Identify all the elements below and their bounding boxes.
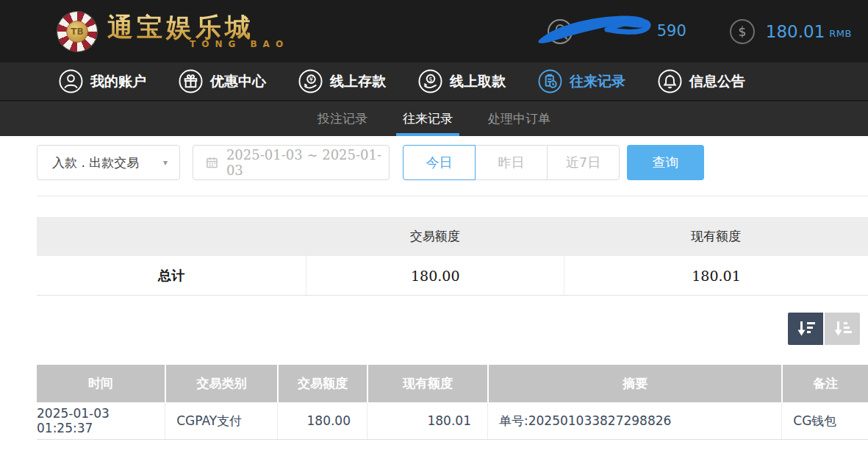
col-remark: 备注 — [781, 365, 868, 402]
sort-descending-icon — [796, 319, 816, 338]
records-icon — [538, 69, 562, 93]
search-button[interactable]: 查询 — [627, 145, 704, 180]
balance-amount: 180.01 — [766, 22, 825, 41]
summary-current-balance: 180.01 — [564, 256, 868, 295]
records-table: 时间 交易类别 交易额度 现有额度 摘要 备注 2025-01-03 01:25… — [37, 365, 868, 440]
quick-last7days-button[interactable]: 近7日 — [547, 145, 620, 180]
nav-item-deposit[interactable]: ¥ 线上存款 — [298, 69, 386, 93]
nav-item-promotions[interactable]: 优惠中心 — [179, 69, 266, 93]
sort-controls — [37, 313, 868, 345]
gift-icon — [179, 69, 203, 93]
summary-table-header: 交易额度 现有额度 — [37, 217, 868, 256]
svg-text:$: $ — [738, 24, 746, 39]
top-header: TB 通宝娱乐城 TONG BAO 590 $ 180.01 — [0, 0, 868, 63]
summary-col-transaction-amount: 交易额度 — [306, 217, 564, 256]
cell-transaction-type: CGPAY支付 — [165, 402, 277, 439]
transaction-type-select[interactable]: 入款 . 出款交易 ▾ — [37, 145, 180, 180]
deposit-icon: ¥ — [298, 69, 323, 93]
col-transaction-amount: 交易额度 — [277, 365, 367, 402]
balance-currency: RMB — [829, 28, 852, 39]
cell-summary: 单号:202501033827298826 — [487, 402, 781, 439]
transaction-type-value: 入款 . 出款交易 — [52, 154, 163, 171]
nav-item-my-account[interactable]: 我的账户 — [59, 69, 146, 93]
svg-text:¥: ¥ — [309, 76, 313, 83]
tab-processing-orders[interactable]: 处理中订单 — [488, 101, 550, 136]
summary-col-empty — [37, 217, 306, 256]
redaction-scribble — [537, 11, 654, 49]
nav-item-records[interactable]: 往来记录 — [538, 69, 625, 93]
chip-tb-monogram: TB — [66, 21, 88, 43]
summary-col-current-balance: 现有额度 — [564, 217, 868, 256]
summary-table: 交易额度 现有额度 总计 180.00 180.01 — [37, 217, 868, 296]
col-time: 时间 — [37, 365, 165, 402]
username-display[interactable]: 590 — [547, 10, 686, 54]
nav-item-announcements[interactable]: 信息公告 — [658, 69, 745, 93]
balance-display[interactable]: $ 180.01 RMB — [729, 18, 852, 45]
records-subtab-bar: 投注记录 往来记录 处理中订单 — [0, 101, 868, 136]
section-divider — [37, 196, 868, 196]
date-range-input[interactable]: 2025-01-03 ~ 2025-01-03 — [193, 145, 390, 180]
poker-chip-icon: TB — [57, 12, 97, 51]
date-range-value: 2025-01-03 ~ 2025-01-03 — [226, 147, 389, 178]
col-current-balance: 现有额度 — [367, 365, 487, 402]
tab-betting-records[interactable]: 投注记录 — [318, 101, 367, 136]
cell-remark: CG钱包 — [781, 402, 868, 439]
dollar-coin-icon: $ — [729, 18, 756, 45]
main-nav: 我的账户 优惠中心 ¥ 线上存款 $ 线上取款 往来记录 — [0, 63, 868, 101]
col-transaction-type: 交易类别 — [165, 365, 277, 402]
sort-ascending-button[interactable] — [825, 313, 860, 345]
summary-transaction-amount: 180.00 — [306, 256, 564, 295]
cell-transaction-amount: 180.00 — [277, 402, 367, 439]
summary-total-label: 总计 — [37, 256, 306, 295]
col-summary: 摘要 — [487, 365, 781, 402]
summary-total-row: 总计 180.00 180.01 — [37, 256, 868, 296]
quick-yesterday-button[interactable]: 昨日 — [475, 145, 548, 180]
brand-subtitle: TONG BAO — [107, 39, 289, 49]
cell-current-balance: 180.01 — [367, 402, 487, 439]
quick-today-button[interactable]: 今日 — [403, 145, 476, 180]
brand-logo[interactable]: TB 通宝娱乐城 TONG BAO — [57, 12, 289, 51]
table-row: 2025-01-03 01:25:37 CGPAY支付 180.00 180.0… — [37, 402, 868, 440]
cell-time: 2025-01-03 01:25:37 — [37, 402, 165, 439]
filter-row: 入款 . 出款交易 ▾ 2025-01-03 ~ 2025-01-03 今日 昨… — [37, 145, 868, 180]
user-icon — [59, 69, 83, 93]
quick-date-group: 今日 昨日 近7日 — [403, 145, 620, 180]
tab-transaction-records[interactable]: 往来记录 — [403, 101, 453, 136]
svg-text:$: $ — [428, 76, 432, 83]
nav-item-withdraw[interactable]: $ 线上取款 — [418, 69, 506, 93]
withdraw-icon: $ — [418, 69, 442, 93]
records-table-header: 时间 交易类别 交易额度 现有额度 摘要 备注 — [37, 365, 868, 402]
sort-ascending-icon — [833, 319, 853, 338]
username-visible-suffix: 590 — [657, 22, 686, 40]
brand-title: 通宝娱乐城 — [107, 13, 289, 42]
calendar-icon — [205, 155, 219, 170]
bell-icon — [658, 69, 682, 93]
chevron-down-icon: ▾ — [163, 157, 168, 168]
sort-descending-button[interactable] — [788, 313, 823, 345]
